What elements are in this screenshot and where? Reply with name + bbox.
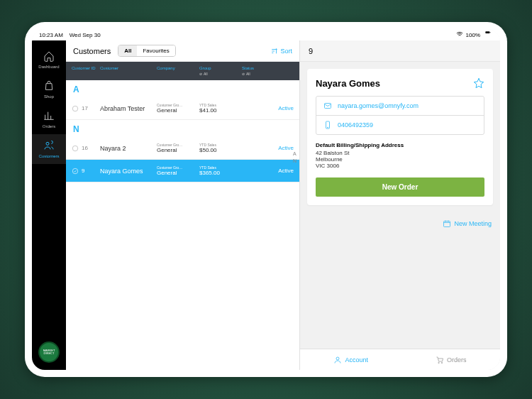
row-group: Customer Gro…General (157, 165, 199, 176)
header-status-filter[interactable]: ⊘ All (242, 72, 277, 76)
customer-list[interactable]: A17Abraham TesterCustomer Gro…GeneralYTD… (66, 80, 299, 370)
screen: 10:23 AM Wed Sep 30 100% Dashboard (32, 29, 500, 370)
segment-all[interactable]: All (118, 45, 137, 56)
header-status-label: Status (242, 66, 277, 70)
bag-icon (43, 80, 55, 92)
header-id[interactable]: Customer ID (72, 66, 100, 76)
customer-card: Nayara Gomes nayara.gomes@omnyfy.com 040… (307, 69, 493, 205)
customers-title: Customers (73, 47, 111, 55)
sidebar-label: Shop (44, 94, 54, 99)
email-row[interactable]: nayara.gomes@omnyfy.com (316, 97, 484, 115)
star-icon[interactable] (473, 77, 484, 89)
sidebar-item-dashboard[interactable]: Dashboard (32, 45, 66, 75)
sort-icon (271, 48, 278, 55)
sort-label: Sort (280, 48, 292, 55)
row-name: Nayara Gomes (100, 168, 157, 175)
svg-rect-6 (325, 104, 331, 109)
footer-tab-label: Account (345, 356, 368, 364)
row-status: Active (265, 168, 294, 174)
row-status: Active (265, 105, 294, 111)
mail-icon (323, 102, 332, 110)
sidebar: Dashboard Shop Orders Customers MARKET D… (32, 40, 66, 370)
svg-point-8 (328, 127, 328, 128)
brand-logo-text: MARKET DIRECT (40, 349, 58, 355)
sidebar-item-customers[interactable]: Customers (32, 134, 66, 164)
row-sales: YTD Sales$365.00 (199, 165, 242, 176)
footer-tab-account[interactable]: Account (333, 356, 368, 364)
sidebar-label: Orders (43, 124, 55, 129)
customers-panel: Customers All Favourites Sort Customer I… (66, 40, 300, 370)
battery-icon (483, 31, 493, 38)
sort-button[interactable]: Sort (271, 48, 292, 55)
section-letter: A (66, 80, 299, 97)
tablet-frame: 10:23 AM Wed Sep 30 100% Dashboard (25, 22, 507, 377)
customers-header: Customers All Favourites Sort (66, 40, 299, 62)
status-date: Wed Sep 30 (70, 32, 101, 38)
new-order-button[interactable]: New Order (316, 177, 484, 197)
battery-percent: 100% (466, 32, 480, 38)
address-line: 42 Balston St (316, 150, 484, 156)
email-text: nayara.gomes@omnyfy.com (338, 102, 419, 109)
header-status[interactable]: Status ⊘ All (242, 66, 277, 76)
home-icon (43, 50, 55, 62)
filter-segment: All Favourites (118, 45, 176, 57)
contact-box: nayara.gomes@omnyfy.com 0406492359 (316, 96, 484, 135)
phone-icon (323, 121, 332, 129)
row-group: Customer Gro…General (157, 143, 199, 153)
check-circle-icon (72, 105, 79, 112)
sidebar-item-shop[interactable]: Shop (32, 75, 66, 104)
svg-rect-9 (444, 222, 450, 227)
detail-id: 9 (309, 47, 313, 55)
status-time: 10:23 AM (39, 32, 63, 38)
calendar-icon (443, 219, 451, 228)
phone-text: 0406492359 (338, 121, 373, 129)
footer-tab-orders[interactable]: Orders (436, 356, 467, 364)
footer-tab-label: Orders (447, 356, 467, 364)
detail-panel: 9 Nayara Gomes nayara.gomes@omnyfy.com (300, 40, 500, 370)
customer-row[interactable]: 17Abraham TesterCustomer Gro…GeneralYTD … (66, 97, 299, 120)
new-meeting-button[interactable]: New Meeting (300, 219, 492, 228)
person-icon (333, 356, 342, 364)
row-id: 9 (72, 168, 100, 175)
alpha-index-letter[interactable]: A (293, 151, 297, 156)
customer-row[interactable]: 16Nayara 2Customer Gro…GeneralYTD Sales$… (66, 137, 299, 160)
header-company[interactable]: Company (157, 66, 199, 76)
customer-name: Nayara Gomes (316, 78, 380, 89)
column-headers: Customer ID Customer Company Group ⊘ All… (66, 62, 299, 80)
alpha-index[interactable]: A N (293, 151, 297, 163)
svg-point-3 (72, 106, 78, 111)
app: Dashboard Shop Orders Customers MARKET D… (32, 40, 500, 370)
wifi-icon (456, 31, 463, 39)
svg-point-12 (441, 362, 443, 364)
header-name[interactable]: Customer (100, 66, 157, 76)
row-sales: YTD Sales$41.00 (199, 103, 242, 114)
status-time-date: 10:23 AM Wed Sep 30 (39, 32, 101, 38)
row-sales: YTD Sales$50.00 (199, 143, 242, 153)
brand-logo: MARKET DIRECT (38, 341, 60, 363)
phone-row[interactable]: 0406492359 (316, 115, 484, 134)
new-meeting-label: New Meeting (454, 220, 492, 227)
customer-row[interactable]: 9Nayara GomesCustomer Gro…GeneralYTD Sal… (66, 160, 299, 182)
header-group[interactable]: Group ⊘ All (199, 66, 242, 76)
sidebar-label: Customers (38, 154, 59, 158)
svg-point-10 (336, 357, 339, 360)
svg-rect-0 (485, 31, 489, 33)
header-group-filter[interactable]: ⊘ All (199, 72, 242, 76)
row-id: 17 (72, 105, 100, 112)
alpha-index-letter[interactable]: N (293, 158, 297, 163)
row-name: Abraham Tester (100, 105, 157, 112)
address-line: VIC 3006 (316, 163, 484, 169)
sidebar-label: Dashboard (38, 65, 59, 69)
row-name: Nayara 2 (100, 145, 157, 152)
chart-icon (43, 110, 55, 121)
address-label: Default Billing/Shipping Address (316, 142, 484, 148)
sidebar-item-orders[interactable]: Orders (32, 104, 66, 134)
detail-header: 9 (300, 40, 500, 62)
check-circle-icon (72, 168, 79, 175)
row-group: Customer Gro…General (157, 103, 199, 114)
svg-point-4 (72, 146, 78, 151)
section-letter: N (66, 120, 299, 137)
status-bar: 10:23 AM Wed Sep 30 100% (32, 29, 500, 40)
segment-favourites[interactable]: Favourites (137, 45, 174, 56)
check-circle-icon (72, 145, 79, 152)
